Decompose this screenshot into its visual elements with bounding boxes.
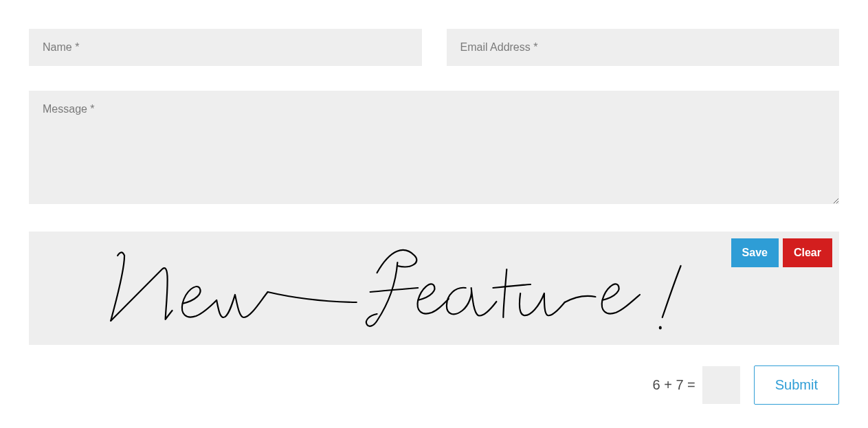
save-button[interactable]: Save bbox=[731, 238, 779, 267]
captcha-input[interactable] bbox=[702, 366, 740, 404]
name-field[interactable] bbox=[29, 29, 422, 66]
signature-pad[interactable]: Save Clear bbox=[29, 232, 839, 345]
signature-drawing-icon bbox=[29, 232, 839, 345]
submit-button[interactable]: Submit bbox=[754, 365, 839, 405]
email-field[interactable] bbox=[447, 29, 840, 66]
message-field[interactable] bbox=[29, 91, 839, 204]
clear-button[interactable]: Clear bbox=[783, 238, 832, 267]
captcha-question: 6 + 7 = bbox=[652, 377, 695, 393]
